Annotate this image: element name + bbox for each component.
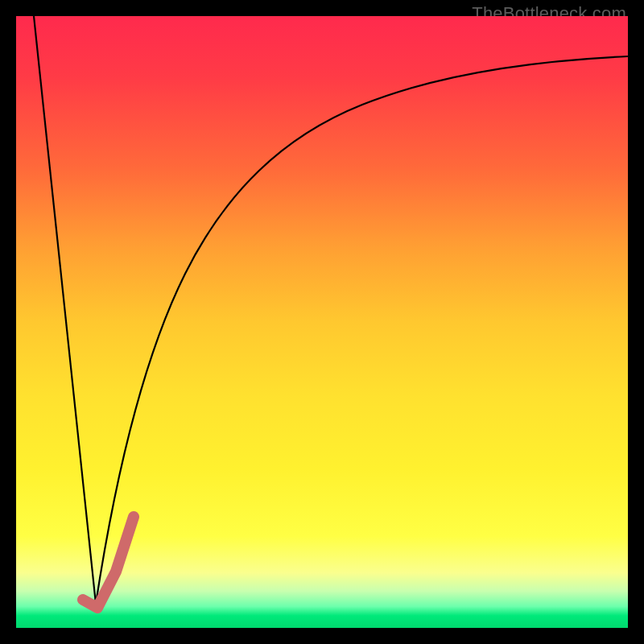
plot-area [16,16,628,628]
series-left-line [34,16,96,604]
chart-frame: TheBottleneck.com [0,0,644,644]
curves-svg [16,16,628,628]
series-right-curve [96,56,628,604]
